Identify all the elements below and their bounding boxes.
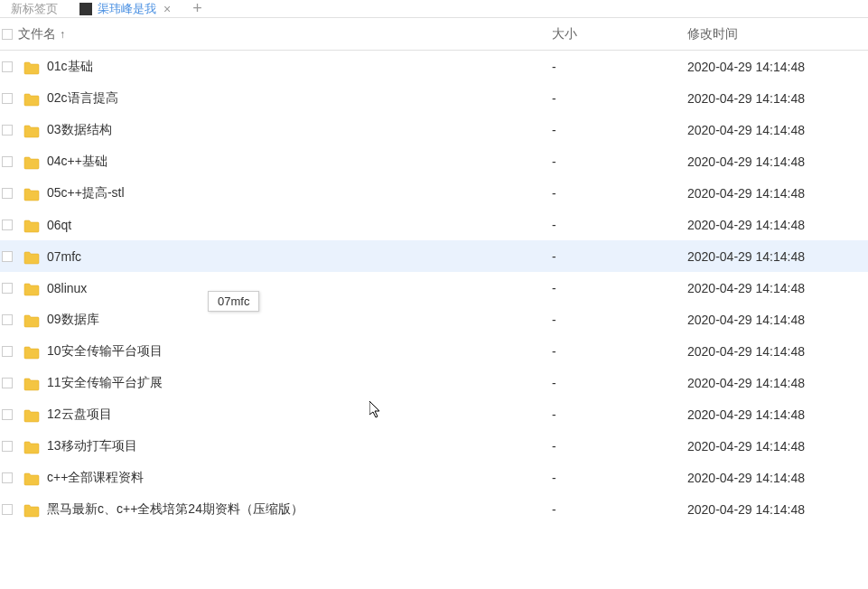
row-checkbox[interactable]: [2, 156, 13, 167]
file-date: 2020-04-29 14:14:48: [687, 439, 868, 453]
file-date: 2020-04-29 14:14:48: [687, 344, 868, 359]
table-row[interactable]: 02c语言提高-2020-04-29 14:14:48: [0, 82, 868, 114]
close-icon[interactable]: ×: [163, 2, 171, 16]
file-name: 12云盘项目: [47, 407, 552, 423]
file-size: -: [552, 249, 687, 264]
folder-icon: [23, 503, 40, 516]
table-row[interactable]: 05c++提高-stl-2020-04-29 14:14:48: [0, 177, 868, 209]
file-size: -: [552, 154, 687, 169]
file-name: 05c++提高-stl: [47, 185, 552, 201]
row-checkbox[interactable]: [2, 188, 13, 199]
tab-new-label: 新标签页: [11, 1, 58, 17]
file-size: -: [552, 123, 687, 137]
file-date: 2020-04-29 14:14:48: [687, 281, 868, 295]
row-checkbox[interactable]: [2, 346, 13, 357]
row-checkbox[interactable]: [2, 314, 13, 325]
row-checkbox[interactable]: [2, 378, 13, 388]
row-checkbox[interactable]: [2, 93, 13, 104]
row-checkbox[interactable]: [2, 472, 13, 483]
file-name: 08linux: [47, 281, 552, 295]
file-date: 2020-04-29 14:14:48: [687, 186, 868, 201]
column-header-date[interactable]: 修改时间: [687, 26, 868, 42]
file-size: -: [552, 407, 687, 422]
folder-icon: [23, 408, 40, 421]
table-row[interactable]: 12云盘项目-2020-04-29 14:14:48: [0, 398, 868, 430]
file-size: -: [552, 91, 687, 106]
file-name: 03数据结构: [47, 122, 552, 138]
table-row[interactable]: 11安全传输平台扩展-2020-04-29 14:14:48: [0, 367, 868, 398]
table-row[interactable]: 08linux-2020-04-29 14:14:48: [0, 272, 868, 304]
file-name: 09数据库: [47, 312, 552, 328]
row-checkbox[interactable]: [2, 283, 13, 294]
file-name: 11安全传输平台扩展: [47, 375, 552, 391]
folder-icon: [23, 472, 40, 484]
file-date: 2020-04-29 14:14:48: [687, 123, 868, 137]
table-row[interactable]: 04c++基础-2020-04-29 14:14:48: [0, 145, 868, 177]
folder-icon: [23, 124, 40, 136]
file-name: 07mfc: [47, 249, 552, 264]
column-name-label: 文件名: [18, 26, 56, 42]
file-date: 2020-04-29 14:14:48: [687, 91, 868, 106]
column-header-name[interactable]: 文件名 ↑: [14, 26, 552, 42]
folder-icon: [23, 61, 40, 73]
file-size: -: [552, 344, 687, 359]
table-row[interactable]: 07mfc-2020-04-29 14:14:48: [0, 240, 868, 272]
folder-icon: [23, 440, 40, 453]
column-header-size[interactable]: 大小: [552, 26, 687, 42]
file-size: -: [552, 313, 687, 327]
file-size: -: [552, 281, 687, 295]
table-row[interactable]: 黑马最新c、c++全栈培第24期资料（压缩版）-2020-04-29 14:14…: [0, 493, 868, 525]
row-checkbox[interactable]: [2, 409, 13, 420]
file-size: -: [552, 471, 687, 485]
row-checkbox[interactable]: [2, 125, 13, 136]
column-date-label: 修改时间: [687, 26, 738, 41]
table-row[interactable]: 06qt-2020-04-29 14:14:48: [0, 209, 868, 240]
file-name: 10安全传输平台项目: [47, 343, 552, 360]
file-list: 01c基础-2020-04-29 14:14:4802c语言提高-2020-04…: [0, 51, 868, 525]
folder-icon: [23, 92, 40, 105]
folder-icon: [23, 282, 40, 294]
table-row[interactable]: 01c基础-2020-04-29 14:14:48: [0, 51, 868, 82]
file-date: 2020-04-29 14:14:48: [687, 60, 868, 74]
table-row[interactable]: 03数据结构-2020-04-29 14:14:48: [0, 114, 868, 145]
file-size: -: [552, 218, 687, 232]
row-checkbox[interactable]: [2, 220, 13, 230]
column-size-label: 大小: [552, 26, 577, 41]
file-date: 2020-04-29 14:14:48: [687, 376, 868, 390]
folder-icon: [23, 219, 40, 231]
file-date: 2020-04-29 14:14:48: [687, 502, 868, 517]
file-name: 13移动打车项目: [47, 438, 552, 454]
folder-icon: [23, 250, 40, 263]
file-name: 黑马最新c、c++全栈培第24期资料（压缩版）: [47, 501, 552, 518]
file-date: 2020-04-29 14:14:48: [687, 218, 868, 232]
row-checkbox[interactable]: [2, 504, 13, 515]
folder-icon: [23, 155, 40, 168]
file-date: 2020-04-29 14:14:48: [687, 249, 868, 264]
folder-icon: [23, 187, 40, 200]
select-all-checkbox[interactable]: [2, 29, 13, 40]
file-name: 02c语言提高: [47, 90, 552, 107]
tab-active-label: 渠玮峰是我: [98, 1, 156, 17]
tab-active[interactable]: 渠玮峰是我 ×: [69, 1, 182, 17]
file-size: -: [552, 502, 687, 517]
table-row[interactable]: 10安全传输平台项目-2020-04-29 14:14:48: [0, 335, 868, 367]
table-row[interactable]: 09数据库-2020-04-29 14:14:48: [0, 304, 868, 335]
new-tab-button[interactable]: +: [182, 0, 213, 18]
file-size: -: [552, 186, 687, 201]
folder-icon: [23, 313, 40, 326]
tab-new[interactable]: 新标签页: [0, 1, 69, 17]
row-checkbox[interactable]: [2, 61, 13, 72]
file-date: 2020-04-29 14:14:48: [687, 313, 868, 327]
row-checkbox[interactable]: [2, 251, 13, 262]
table-header: 文件名 ↑ 大小 修改时间: [0, 18, 868, 51]
sort-arrow-icon: ↑: [60, 28, 65, 41]
file-name: c++全部课程资料: [47, 470, 552, 486]
file-date: 2020-04-29 14:14:48: [687, 154, 868, 169]
folder-icon: [23, 345, 40, 358]
row-checkbox[interactable]: [2, 441, 13, 452]
table-row[interactable]: c++全部课程资料-2020-04-29 14:14:48: [0, 462, 868, 493]
tab-icon: [79, 3, 92, 15]
table-row[interactable]: 13移动打车项目-2020-04-29 14:14:48: [0, 430, 868, 462]
file-size: -: [552, 376, 687, 390]
tabs-bar: 新标签页 渠玮峰是我 × +: [0, 0, 868, 18]
